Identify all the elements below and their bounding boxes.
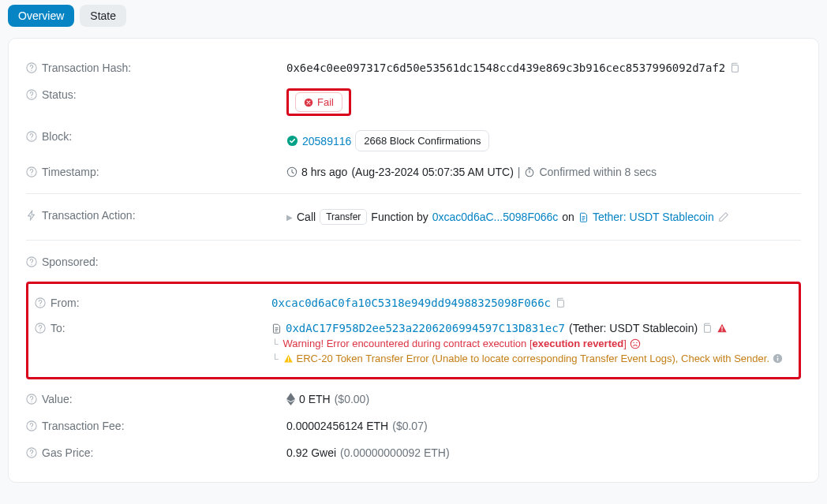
svg-point-7 [31, 139, 32, 140]
status-badge: Fail [295, 92, 342, 112]
fee-usd: ($0.07) [392, 420, 427, 432]
svg-rect-2 [732, 65, 739, 73]
from-address[interactable]: 0xcac0d6aC0fa10C5318e949dd94988325098F06… [271, 297, 551, 309]
tab-overview[interactable]: Overview [8, 5, 74, 27]
divider [26, 193, 801, 194]
tx-card: Transaction Hash: 0x6e4c0ee097317c6d50e5… [8, 38, 819, 483]
to-name: (Tether: USDT Stablecoin) [569, 322, 698, 334]
tx-hash: 0x6e4c0ee097317c6d50e53561dc1548ccd439e8… [286, 62, 725, 74]
alert-icon [717, 323, 728, 334]
warning-line-1: Warning! Error encountered during contra… [283, 338, 627, 349]
sep: | [518, 166, 521, 178]
value-eth: 0 ETH [299, 393, 331, 405]
label-fee: Transaction Fee: [42, 420, 125, 432]
row-gas: Gas Price: 0.92 Gwei (0.00000000092 ETH) [9, 439, 818, 466]
gas-eth: (0.00000000092 ETH) [340, 446, 450, 459]
warning-line-2: ERC-20 Token Transfer Error (Unable to l… [297, 353, 770, 364]
svg-point-27 [777, 356, 779, 357]
lightning-icon [26, 210, 37, 221]
help-icon [26, 166, 37, 177]
help-icon [26, 89, 37, 100]
copy-icon[interactable] [702, 323, 713, 334]
clock-icon [286, 166, 297, 177]
row-action: Transaction Action: ▶ Call Transfer Func… [9, 202, 818, 232]
row-fee: Transaction Fee: 0.00002456124 ETH ($0.0… [9, 413, 818, 439]
svg-point-10 [31, 174, 32, 175]
row-status: Status: Fail [9, 81, 818, 123]
block-number[interactable]: 20589116 [302, 135, 351, 147]
svg-point-32 [31, 428, 32, 429]
confirmations-badge: 2668 Block Confirmations [355, 130, 489, 151]
row-value: Value: 0 ETH ($0.00) [9, 386, 818, 413]
svg-point-4 [31, 97, 32, 98]
timestamp-full: (Aug-23-2024 05:07:35 AM UTC) [351, 166, 513, 178]
label-action: Transaction Action: [42, 209, 136, 222]
help-icon [26, 62, 37, 73]
row-timestamp: Timestamp: 8 hrs ago (Aug-23-2024 05:07:… [9, 159, 818, 185]
to-address[interactable]: 0xdAC17F958D2ee523a2206206994597C13D831e… [286, 322, 565, 334]
method-chip: Transfer [320, 209, 367, 225]
help-icon [35, 297, 46, 308]
corner-icon: └ [271, 338, 279, 349]
tab-state[interactable]: State [80, 5, 126, 27]
action-on: on [562, 211, 574, 223]
corner-icon: └ [271, 353, 279, 364]
svg-point-1 [31, 70, 32, 71]
label-block: Block: [42, 130, 72, 143]
label-status: Status: [42, 88, 77, 101]
svg-rect-17 [558, 301, 564, 308]
label-sponsored: Sponsored: [42, 256, 99, 268]
help-icon [26, 447, 37, 458]
label-from: From: [51, 297, 80, 309]
action-contract[interactable]: Tether: USDT Stablecoin [593, 211, 714, 223]
sad-face-icon [630, 338, 641, 349]
svg-point-30 [31, 401, 32, 402]
svg-point-24 [636, 342, 637, 342]
row-block: Block: 20589116 2668 Block Confirmations [9, 123, 818, 159]
copy-icon[interactable] [729, 62, 740, 73]
fail-icon [304, 98, 313, 107]
document-icon [271, 323, 282, 334]
label-to: To: [51, 322, 65, 334]
svg-point-22 [631, 339, 639, 348]
help-icon [35, 323, 46, 334]
help-icon [26, 394, 37, 405]
stopwatch-icon [524, 166, 535, 177]
tabs: Overview State [8, 5, 819, 27]
action-call: Call [297, 211, 316, 223]
fee-eth: 0.00002456124 ETH [286, 420, 388, 432]
svg-rect-20 [705, 326, 711, 333]
timestamp-ago: 8 hrs ago [301, 166, 347, 178]
help-icon [26, 131, 37, 142]
label-gas: Gas Price: [42, 446, 93, 459]
value-usd: ($0.00) [335, 393, 369, 405]
action-sender[interactable]: 0xcac0d6aC...5098F066c [432, 211, 559, 223]
from-to-highlight-box: From: 0xcac0d6aC0fa10C5318e949dd94988325… [26, 282, 801, 379]
row-hash: Transaction Hash: 0x6e4c0ee097317c6d50e5… [9, 54, 818, 81]
svg-point-25 [287, 360, 288, 361]
action-by: Function by [371, 211, 428, 223]
row-sponsored: Sponsored: [9, 248, 818, 275]
svg-point-34 [31, 455, 32, 456]
svg-point-16 [39, 305, 40, 306]
copy-icon[interactable] [555, 297, 566, 308]
timestamp-confirmed: Confirmed within 8 secs [539, 166, 657, 178]
info-icon[interactable] [773, 353, 783, 364]
row-from: From: 0xcac0d6aC0fa10C5318e949dd94988325… [28, 290, 788, 315]
svg-point-21 [721, 330, 723, 332]
status-highlight-box: Fail [286, 88, 351, 116]
document-icon [578, 212, 589, 222]
row-to: To: 0xdAC17F958D2ee523a2206206994597C13D… [28, 315, 788, 371]
svg-point-19 [39, 330, 40, 331]
divider [26, 240, 801, 241]
help-icon [26, 256, 37, 267]
label-timestamp: Timestamp: [42, 166, 99, 178]
label-hash: Transaction Hash: [42, 62, 131, 74]
check-icon [286, 135, 298, 147]
alert-icon [283, 353, 294, 364]
pencil-icon[interactable] [718, 211, 729, 222]
svg-point-14 [31, 264, 32, 265]
gas-gwei: 0.92 Gwei [286, 446, 336, 459]
svg-rect-28 [777, 358, 778, 361]
help-icon [26, 420, 37, 431]
